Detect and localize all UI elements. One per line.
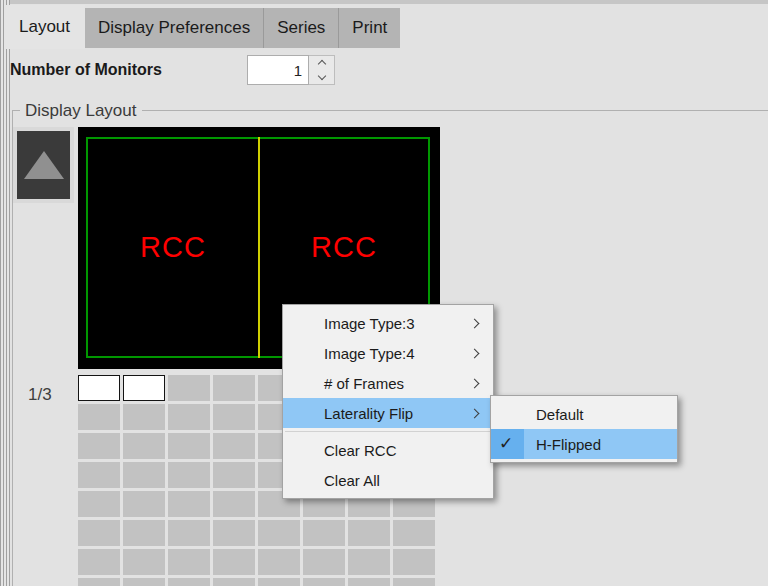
spinner-down-button[interactable]: [309, 70, 334, 84]
grid-cell[interactable]: [168, 375, 210, 401]
menu-separator: [285, 431, 491, 432]
grid-cell[interactable]: [123, 375, 165, 401]
grid-cell[interactable]: [348, 578, 390, 586]
spinner-buttons: [309, 55, 335, 85]
context-menu: Image Type:3 Image Type:4 # of Frames La…: [282, 304, 494, 499]
menu-item-image-type-3[interactable]: Image Type:3: [283, 308, 493, 338]
grid-cell[interactable]: [78, 578, 120, 586]
grid-cell[interactable]: [123, 520, 165, 546]
grid-cell[interactable]: [258, 549, 300, 575]
page-indicator: 1/3: [28, 385, 52, 405]
grid-cell[interactable]: [393, 520, 435, 546]
grid-cell[interactable]: [78, 462, 120, 488]
grid-cell[interactable]: [123, 404, 165, 430]
menu-item-label: Clear RCC: [324, 442, 397, 459]
number-of-monitors-input[interactable]: [247, 55, 309, 85]
grid-cell[interactable]: [303, 520, 345, 546]
submenu-item-label: Default: [536, 406, 584, 423]
menu-item-label: # of Frames: [324, 375, 404, 392]
grid-cell[interactable]: [393, 578, 435, 586]
grid-cell[interactable]: [168, 433, 210, 459]
collapse-button-face: [17, 131, 70, 199]
grid-cell[interactable]: [123, 462, 165, 488]
grid-cell[interactable]: [168, 462, 210, 488]
menu-item-label: Image Type:4: [324, 345, 415, 362]
grid-cell[interactable]: [168, 491, 210, 517]
grid-cell[interactable]: [78, 520, 120, 546]
grid-cell[interactable]: [258, 578, 300, 586]
grid-cell[interactable]: [213, 578, 255, 586]
grid-cell[interactable]: [123, 491, 165, 517]
grid-cell[interactable]: [168, 404, 210, 430]
grid-cell[interactable]: [303, 578, 345, 586]
menu-item-image-type-4[interactable]: Image Type:4: [283, 338, 493, 368]
grid-cell[interactable]: [123, 433, 165, 459]
grid-cell[interactable]: [213, 433, 255, 459]
submenu-arrow-icon: [470, 409, 480, 419]
menu-item-num-of-frames[interactable]: # of Frames: [283, 368, 493, 398]
grid-cell[interactable]: [213, 549, 255, 575]
grid-cell[interactable]: [123, 549, 165, 575]
tab-print[interactable]: Print: [339, 8, 400, 48]
grid-cell[interactable]: [78, 491, 120, 517]
grid-cell[interactable]: [393, 549, 435, 575]
triangle-up-icon: [24, 151, 64, 179]
grid-cell[interactable]: [78, 433, 120, 459]
grid-cell[interactable]: [168, 549, 210, 575]
tab-series[interactable]: Series: [264, 8, 339, 48]
grid-cell[interactable]: [78, 549, 120, 575]
grid-cell[interactable]: [213, 404, 255, 430]
tab-layout[interactable]: Layout: [4, 5, 85, 49]
window-left-grip[interactable]: [0, 0, 10, 586]
check-icon: ✓: [499, 433, 513, 454]
grid-cell[interactable]: [78, 375, 120, 401]
collapse-panel-button[interactable]: [13, 127, 74, 203]
grid-cell[interactable]: [258, 520, 300, 546]
window-top-edge: [0, 0, 768, 4]
display-layout-title: Display Layout: [20, 101, 142, 121]
laterality-flip-submenu: Default ✓ H-Flipped: [490, 395, 678, 463]
grid-cell[interactable]: [213, 520, 255, 546]
spinner-up-button[interactable]: [309, 56, 334, 70]
submenu-item-label: H-Flipped: [536, 436, 601, 453]
number-of-monitors-spinner: [247, 55, 335, 85]
submenu-arrow-icon: [470, 319, 480, 329]
preview-cell-left[interactable]: RCC: [88, 139, 258, 356]
grid-cell[interactable]: [213, 491, 255, 517]
number-of-monitors-label: Number of Monitors: [10, 55, 162, 85]
submenu-arrow-icon: [470, 349, 480, 359]
chevron-down-icon: [317, 72, 325, 80]
grid-cell[interactable]: [168, 578, 210, 586]
menu-item-laterality-flip[interactable]: Laterality Flip: [283, 398, 493, 428]
chevron-up-icon: [317, 60, 325, 68]
tab-display-preferences[interactable]: Display Preferences: [85, 8, 264, 48]
menu-item-label: Image Type:3: [324, 315, 415, 332]
grid-cell[interactable]: [303, 549, 345, 575]
grid-cell[interactable]: [348, 520, 390, 546]
grid-cell[interactable]: [348, 549, 390, 575]
menu-item-clear-rcc[interactable]: Clear RCC: [283, 435, 493, 465]
submenu-item-default[interactable]: Default: [491, 399, 677, 429]
grid-cell[interactable]: [78, 404, 120, 430]
submenu-arrow-icon: [470, 379, 480, 389]
submenu-item-h-flipped[interactable]: ✓ H-Flipped: [491, 429, 677, 459]
menu-item-label: Clear All: [324, 472, 380, 489]
grid-cell[interactable]: [213, 375, 255, 401]
tab-bar: Layout Display Preferences Series Print: [4, 8, 400, 48]
grid-cell[interactable]: [123, 578, 165, 586]
menu-item-label: Laterality Flip: [324, 405, 413, 422]
menu-item-clear-all[interactable]: Clear All: [283, 465, 493, 495]
grid-cell[interactable]: [168, 520, 210, 546]
grid-cell[interactable]: [213, 462, 255, 488]
